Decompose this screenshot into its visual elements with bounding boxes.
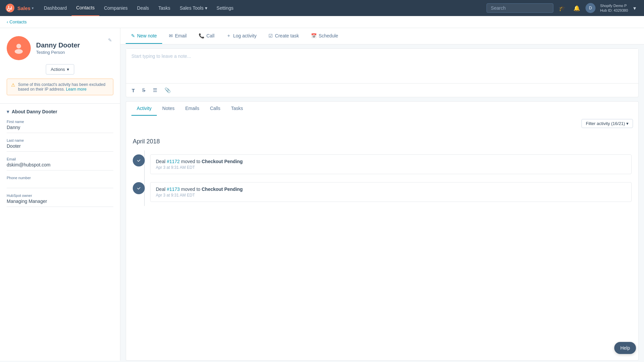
act-tab-notes[interactable]: Notes (157, 102, 180, 116)
field-phone: Phone number (7, 176, 113, 188)
actions-caret-icon: ▾ (67, 67, 69, 72)
owner-label: HubSpot owner (7, 194, 113, 198)
help-button[interactable]: Help (614, 342, 636, 354)
tab-new-note[interactable]: ✎ New note (126, 28, 162, 44)
deal-icon (133, 154, 145, 166)
deal-status-1172: Checkout Pending (202, 159, 243, 164)
phone-value[interactable] (7, 181, 113, 188)
nav-item-tasks[interactable]: Tasks (154, 0, 175, 16)
text-format-button[interactable]: T (130, 87, 136, 94)
month-header: April 2018 (126, 131, 638, 150)
contact-title: Testing Person (36, 50, 80, 55)
main-layout: Danny Dooter Testing Person ✎ Actions ▾ … (0, 28, 644, 361)
about-header[interactable]: ▾ About Danny Dooter (7, 109, 113, 114)
svg-point-1 (16, 44, 21, 48)
contact-header: Danny Dooter Testing Person ✎ (7, 36, 113, 60)
filter-label: Filter activity (16/21) (586, 121, 625, 126)
breadcrumb-contacts-link[interactable]: Contacts (9, 19, 26, 24)
actions-button[interactable]: Actions ▾ (46, 64, 75, 75)
attachment-button[interactable]: 📎 (163, 86, 173, 94)
account-info: Shopify Demo PHub ID: 4329380 (600, 3, 628, 13)
svg-point-4 (136, 186, 141, 191)
contact-name: Danny Dooter (36, 41, 80, 49)
warning-text: Some of this contact's activity has been… (18, 82, 109, 92)
timeline: Deal #1172 moved to Checkout Pending Apr… (126, 150, 638, 206)
last-name-label: Last name (7, 138, 113, 142)
nav-item-settings[interactable]: Settings (212, 0, 238, 16)
field-last-name: Last name Dooter (7, 138, 113, 152)
contact-name-group: Danny Dooter Testing Person (36, 41, 80, 55)
academy-icon[interactable]: 🎓 (556, 4, 568, 13)
notifications-icon[interactable]: 🔔 (571, 4, 583, 13)
deal-link-1173[interactable]: #1173 (167, 187, 180, 192)
field-owner: HubSpot owner Managing Manager (7, 194, 113, 207)
tab-create-task[interactable]: ☑ Create task (263, 28, 304, 44)
owner-value[interactable]: Managing Manager (7, 199, 113, 207)
field-first-name: First name Danny (7, 120, 113, 133)
top-nav: Sales ▾ Dashboard Contacts Companies Dea… (0, 0, 644, 16)
filter-activity-button[interactable]: Filter activity (16/21) ▾ (581, 119, 633, 128)
hubspot-logo (5, 3, 15, 13)
learn-more-link[interactable]: Learn more (66, 87, 86, 92)
activity-section: Activity Notes Emails Calls Tasks Filter… (126, 101, 639, 361)
nav-item-dashboard[interactable]: Dashboard (39, 0, 72, 16)
right-panel: ✎ New note ✉ Email 📞 Call ＋ Log activity… (120, 28, 644, 361)
timeline-item: Deal #1172 moved to Checkout Pending Apr… (133, 150, 632, 178)
svg-point-0 (6, 4, 14, 12)
strikethrough-button[interactable]: S̶ (140, 86, 147, 94)
activity-tabs: Activity Notes Emails Calls Tasks (126, 101, 639, 116)
log-activity-icon: ＋ (226, 33, 231, 39)
svg-point-2 (15, 49, 23, 54)
last-name-value[interactable]: Dooter (7, 143, 113, 152)
nav-brand: Sales (17, 5, 30, 11)
warning-box: ⚠ Some of this contact's activity has be… (7, 79, 113, 95)
act-tab-tasks[interactable]: Tasks (226, 102, 248, 116)
left-sidebar: Danny Dooter Testing Person ✎ Actions ▾ … (0, 28, 120, 361)
email-icon: ✉ (169, 33, 173, 38)
act-tab-emails[interactable]: Emails (180, 102, 205, 116)
nav-item-companies[interactable]: Companies (99, 0, 132, 16)
act-tab-activity[interactable]: Activity (131, 102, 157, 116)
deal-status-1173: Checkout Pending (202, 187, 243, 192)
timeline-time-1172: Apr 3 at 9:31 AM EDT (156, 165, 626, 170)
schedule-icon: 📅 (311, 33, 317, 38)
email-value[interactable]: dskim@hubspot.com (7, 162, 113, 170)
tab-email[interactable]: ✉ Email (164, 28, 192, 44)
tab-call[interactable]: 📞 Call (193, 28, 220, 44)
call-icon: 📞 (199, 33, 204, 38)
act-tab-calls[interactable]: Calls (205, 102, 226, 116)
nav-right: 🎓 🔔 D Shopify Demo PHub ID: 4329380 ▾ (487, 3, 639, 13)
timeline-time-1173: Apr 3 at 9:31 AM EDT (156, 193, 626, 198)
deal-link-1172[interactable]: #1172 (167, 159, 180, 164)
new-note-icon: ✎ (131, 33, 135, 38)
action-tabs: ✎ New note ✉ Email 📞 Call ＋ Log activity… (120, 28, 644, 44)
tab-log-activity[interactable]: ＋ Log activity (221, 28, 262, 44)
tab-schedule[interactable]: 📅 Schedule (306, 28, 343, 44)
filter-caret-icon: ▾ (626, 121, 629, 126)
activity-content: Filter activity (16/21) ▾ April 2018 (126, 116, 639, 361)
nav-item-sales-tools[interactable]: Sales Tools ▾ (175, 0, 212, 16)
edit-icon[interactable]: ✎ (107, 36, 113, 44)
nav-item-deals[interactable]: Deals (132, 0, 154, 16)
account-caret-icon[interactable]: ▾ (631, 4, 639, 13)
timeline-main: Deal #1172 moved to Checkout Pending (156, 159, 626, 164)
nav-item-contacts[interactable]: Contacts (72, 0, 99, 16)
note-textarea[interactable] (126, 49, 638, 82)
breadcrumb-back-icon: ‹ (7, 19, 8, 24)
about-section: ▾ About Danny Dooter First name Danny La… (0, 104, 120, 218)
contact-card: Danny Dooter Testing Person ✎ Actions ▾ … (0, 28, 120, 104)
search-input[interactable] (487, 3, 553, 13)
list-button[interactable]: ☰ (151, 86, 159, 94)
warning-icon: ⚠ (11, 82, 15, 92)
contact-avatar (7, 36, 31, 60)
note-toolbar: T S̶ ☰ 📎 (126, 83, 638, 97)
deal-icon-2 (133, 182, 145, 194)
field-email: Email dskim@hubspot.com (7, 157, 113, 170)
brand-caret-icon: ▾ (32, 6, 34, 10)
create-task-icon: ☑ (269, 33, 273, 38)
note-editor: T S̶ ☰ 📎 (126, 48, 639, 97)
filter-bar: Filter activity (16/21) ▾ (126, 116, 638, 131)
svg-point-3 (136, 158, 141, 163)
avatar[interactable]: D (585, 3, 596, 13)
first-name-value[interactable]: Danny (7, 125, 113, 133)
